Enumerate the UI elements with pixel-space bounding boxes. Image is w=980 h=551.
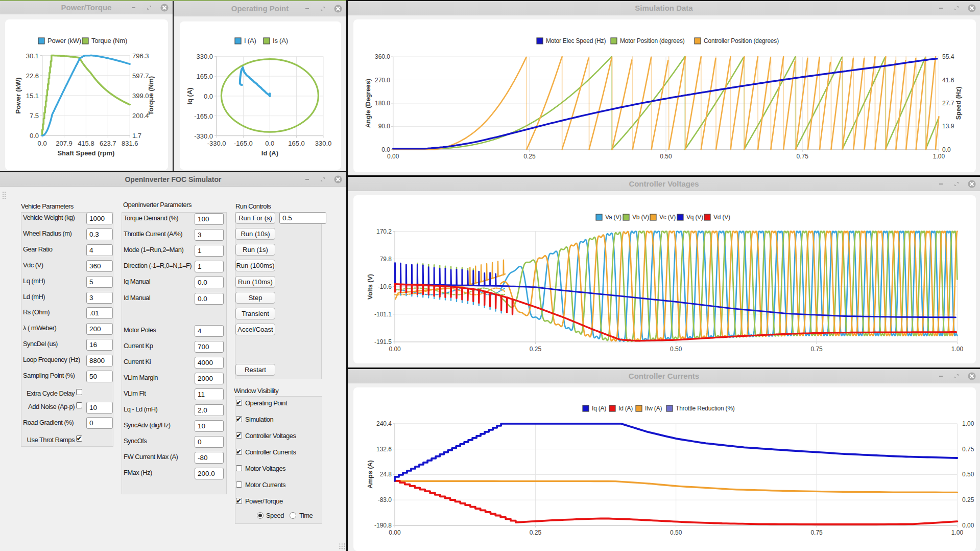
svg-text:415.8: 415.8: [78, 140, 94, 147]
svg-text:Vb (V): Vb (V): [632, 214, 649, 221]
svg-text:0.0: 0.0: [38, 140, 47, 147]
svg-text:Vq (V): Vq (V): [686, 214, 703, 221]
svg-text:200.4: 200.4: [132, 112, 149, 120]
svg-text:623.7: 623.7: [100, 140, 116, 147]
svg-text:Iq (A): Iq (A): [592, 405, 606, 412]
svg-text:1.7: 1.7: [132, 132, 141, 140]
svg-text:399.0: 399.0: [132, 92, 149, 100]
svg-text:165.0: 165.0: [196, 73, 213, 80]
svg-text:-190.8: -190.8: [374, 522, 392, 529]
svg-text:Power (kW): Power (kW): [14, 78, 22, 114]
svg-text:Ifw (A): Ifw (A): [645, 405, 662, 412]
svg-text:Vc (V): Vc (V): [659, 214, 676, 221]
svg-text:22.6: 22.6: [26, 72, 39, 80]
svg-text:7.5: 7.5: [30, 112, 39, 120]
svg-text:330.0: 330.0: [315, 140, 332, 147]
svg-text:240.4: 240.4: [376, 420, 392, 427]
svg-text:0.25: 0.25: [962, 496, 974, 503]
svg-text:Angle (Degrees): Angle (Degrees): [365, 79, 372, 128]
svg-text:0.75: 0.75: [810, 346, 823, 353]
svg-text:132.6: 132.6: [376, 446, 392, 453]
svg-text:Id (A): Id (A): [618, 405, 633, 412]
svg-text:0.00: 0.00: [387, 153, 399, 160]
svg-text:79.8: 79.8: [380, 256, 392, 263]
svg-text:0.0: 0.0: [381, 146, 390, 153]
svg-text:Torque (Nm): Torque (Nm): [91, 37, 127, 44]
svg-text:55.4: 55.4: [942, 53, 954, 60]
svg-text:27.7: 27.7: [942, 100, 954, 107]
svg-text:Torque (Nm): Torque (Nm): [147, 76, 155, 115]
svg-text:165.0: 165.0: [288, 140, 305, 147]
svg-text:0.00: 0.00: [389, 346, 401, 353]
svg-text:-330.0: -330.0: [207, 140, 226, 147]
svg-text:0.50: 0.50: [670, 346, 682, 353]
svg-text:0.0: 0.0: [265, 140, 274, 147]
svg-text:-101.1: -101.1: [374, 311, 392, 318]
svg-text:90.0: 90.0: [378, 123, 391, 130]
svg-text:0.00: 0.00: [389, 529, 401, 536]
svg-text:0.25: 0.25: [530, 346, 542, 353]
svg-text:1.00: 1.00: [962, 420, 974, 427]
svg-text:170.2: 170.2: [376, 228, 392, 235]
svg-text:Is (A): Is (A): [273, 37, 288, 44]
svg-text:-165.0: -165.0: [234, 140, 253, 147]
svg-text:Shaft Speed (rpm): Shaft Speed (rpm): [57, 149, 114, 157]
svg-text:-330.0: -330.0: [194, 132, 213, 140]
svg-text:13.9: 13.9: [942, 123, 954, 130]
svg-text:0.75: 0.75: [797, 153, 809, 160]
svg-text:0.50: 0.50: [660, 153, 672, 160]
svg-text:-191.5: -191.5: [374, 338, 392, 346]
svg-text:0.0: 0.0: [942, 146, 951, 153]
svg-text:1.00: 1.00: [933, 153, 945, 160]
svg-text:Iq (A): Iq (A): [186, 87, 194, 104]
svg-text:0.25: 0.25: [530, 529, 542, 536]
svg-text:Power (kW): Power (kW): [47, 37, 81, 44]
svg-text:0.75: 0.75: [810, 529, 823, 536]
svg-text:0.00: 0.00: [962, 522, 974, 529]
svg-text:-165.0: -165.0: [194, 112, 213, 120]
svg-text:0.50: 0.50: [670, 529, 682, 536]
svg-text:207.9: 207.9: [56, 140, 73, 147]
svg-text:270.0: 270.0: [375, 77, 390, 84]
svg-text:Va (V): Va (V): [605, 214, 622, 221]
svg-text:0.75: 0.75: [962, 446, 974, 453]
svg-text:0.0: 0.0: [204, 93, 213, 100]
svg-text:24.8: 24.8: [380, 471, 392, 478]
svg-text:Throttle Reduction (%): Throttle Reduction (%): [676, 405, 735, 412]
svg-text:0.25: 0.25: [523, 153, 536, 160]
svg-text:1.00: 1.00: [951, 529, 964, 536]
svg-text:Motor Elec Speed (Hz): Motor Elec Speed (Hz): [546, 37, 606, 44]
svg-text:41.6: 41.6: [942, 77, 954, 84]
svg-text:Controller Position (degrees): Controller Position (degrees): [704, 37, 779, 44]
svg-text:1.00: 1.00: [951, 346, 964, 353]
svg-text:0.0: 0.0: [30, 132, 39, 140]
svg-text:I (A): I (A): [244, 37, 256, 44]
svg-text:0.50: 0.50: [962, 471, 974, 478]
svg-text:15.1: 15.1: [26, 92, 39, 100]
svg-text:597.7: 597.7: [132, 72, 149, 80]
svg-text:-10.6: -10.6: [378, 283, 392, 290]
svg-text:30.1: 30.1: [26, 52, 39, 60]
svg-text:Vd (V): Vd (V): [713, 214, 730, 221]
svg-text:360.0: 360.0: [375, 53, 390, 60]
svg-text:330.0: 330.0: [196, 53, 213, 60]
svg-text:Speed (Hz): Speed (Hz): [955, 87, 962, 120]
svg-text:Motor Position (degrees): Motor Position (degrees): [620, 37, 685, 44]
svg-text:Volts (V): Volts (V): [367, 274, 374, 300]
svg-text:-83.0: -83.0: [378, 496, 392, 503]
svg-text:Amps (A): Amps (A): [367, 460, 374, 489]
svg-text:796.3: 796.3: [132, 52, 149, 60]
svg-text:831.6: 831.6: [122, 140, 138, 147]
svg-text:Id (A): Id (A): [261, 149, 278, 157]
svg-text:180.0: 180.0: [375, 100, 390, 107]
